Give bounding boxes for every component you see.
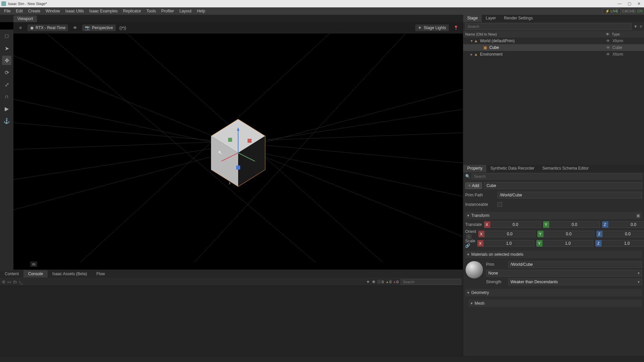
tab-layer[interactable]: Layer [482,15,500,22]
axis-z-icon: Z [596,231,602,237]
tool-rotate[interactable]: ⟳ [2,68,11,77]
camera-dropdown[interactable]: 📷 Perspective [82,24,116,31]
tree-row[interactable]: ▾▲World (defaultPrim)👁Xform [463,38,644,44]
material-preview[interactable] [465,261,483,279]
tab-semantics[interactable]: Semantics Schema Editor [538,165,593,172]
stage-tree[interactable]: ▾▲World (defaultPrim)👁Xform▣Cube👁Cube▸▲E… [463,38,644,165]
menu-help[interactable]: Help [194,9,208,13]
tab-flow[interactable]: Flow [92,270,109,278]
console-output[interactable] [0,286,463,356]
statusbar [0,356,644,362]
visibility-icon[interactable]: 👁 [604,45,612,50]
expand-toggle[interactable]: ▾ [469,39,474,43]
bottom-panel: Content Console Isaac Assets (Beta) Flow… [0,269,463,356]
hamburger-icon[interactable]: ≡ [16,23,25,32]
tool-strip: □ ➤ ✥ ⟳ ⤢ ∩ ▶ ⚓ [0,29,13,271]
section-mesh[interactable]: Mesh [469,300,642,307]
pin-icon[interactable]: 📍 [451,23,460,32]
expand-toggle[interactable]: ▸ [469,52,474,57]
console-search-input[interactable] [400,279,461,285]
signal-icon[interactable]: ((•)) [118,23,127,32]
cube-gizmo[interactable]: › [205,116,272,190]
tab-viewport[interactable]: Viewport [13,15,37,22]
snow-icon[interactable]: ✱ [372,280,375,284]
translate-z[interactable] [608,221,644,228]
warn-count[interactable]: 0 [386,280,391,284]
info-count[interactable]: ⓘ0 [377,279,384,284]
error-count[interactable]: 0 [393,280,398,284]
tab-render-settings[interactable]: Render Settings [500,15,537,22]
transform-options-icon[interactable]: ▣ [636,213,640,218]
tool-snap[interactable]: ∩ [2,92,11,101]
link-icon[interactable]: 🔗 [465,243,470,248]
copy-icon[interactable]: ▭ [7,280,11,284]
tab-console[interactable]: Console [23,270,48,278]
viewport-canvas[interactable]: › ↖ m [13,22,463,269]
scale-x[interactable] [483,240,534,247]
prim-name-field[interactable]: Cube [484,182,642,189]
tool-anchor[interactable]: ⚓ [2,116,11,125]
orient-x[interactable] [484,231,535,237]
minimize-button[interactable]: — [618,1,622,6]
tab-property[interactable]: Property [463,165,486,172]
material-dropdown[interactable]: None [486,270,642,277]
live-badge[interactable]: LIVE [603,8,621,14]
mat-prim-field[interactable]: /World/Cube [508,261,642,268]
translate-y[interactable] [549,221,600,228]
orient-y[interactable] [543,231,594,237]
close-button[interactable]: ✕ [637,1,641,6]
menu-replicator[interactable]: Replicator [120,9,144,13]
stage-search-input[interactable] [465,23,632,30]
tab-isaac-assets[interactable]: Isaac Assets (Beta) [48,270,92,278]
menu-isaac-examples[interactable]: Isaac Examples [87,9,120,13]
eye-icon[interactable]: 👁 [71,23,79,32]
translate-x[interactable] [490,221,541,228]
tab-content[interactable]: Content [0,270,23,278]
tool-play[interactable]: ▶ [2,104,11,113]
tool-select-rect[interactable]: □ [2,32,11,41]
tab-stage[interactable]: Stage [463,15,482,22]
menu-edit[interactable]: Edit [13,9,25,13]
tool-arrow[interactable]: ➤ [2,44,11,53]
stage-lights-toggle[interactable]: ☀ Stage Lights [415,24,449,31]
clear-icon[interactable]: ⊘ [2,280,5,284]
prim-path-field[interactable]: /World/Cube [497,192,642,198]
options-icon[interactable]: ≡ [640,24,642,29]
menu-profiler[interactable]: Profiler [159,9,177,13]
property-tabs: Property Synthetic Data Recorder Semanti… [463,165,644,172]
visibility-icon[interactable]: 👁 [604,52,612,57]
strength-dropdown[interactable]: Weaker than Descendants [508,279,642,285]
menu-create[interactable]: Create [25,9,43,13]
menu-layout[interactable]: Layout [177,9,194,13]
menu-window[interactable]: Window [43,9,63,13]
section-geometry[interactable]: Geometry [465,289,642,296]
tool-scale[interactable]: ⤢ [2,80,11,89]
axis-y-icon: Y [543,221,549,228]
tab-synthetic-data[interactable]: Synthetic Data Recorder [486,165,538,172]
filter-icon[interactable]: ▼ [366,280,370,284]
col-name[interactable]: Name (Old to New) [465,32,603,36]
prompt-icon[interactable]: ›_ [19,280,23,284]
tree-row[interactable]: ▣Cube👁Cube [463,44,644,51]
orient-z[interactable] [602,231,644,237]
tool-move[interactable]: ✥ [2,56,11,65]
open-icon[interactable]: 🗀 [13,280,17,284]
filter-icon[interactable]: ▼ [634,24,638,29]
property-search-input[interactable] [472,173,642,179]
menu-isaac-utils[interactable]: Isaac Utils [63,9,87,13]
scale-z[interactable] [601,240,644,247]
svg-rect-20 [236,166,240,170]
visibility-icon[interactable]: 👁 [604,39,612,43]
maximize-button[interactable]: ▢ [628,1,631,6]
menu-file[interactable]: File [1,9,13,13]
scale-y[interactable] [542,240,593,247]
viewport[interactable]: › ↖ m ≡ ◉ RTX - Real-Time 👁 📷 Perspectiv… [0,22,463,269]
instanceable-checkbox[interactable] [497,202,502,207]
section-transform[interactable]: Transform ▣ [465,212,642,219]
menu-tools[interactable]: Tools [144,9,159,13]
add-button[interactable]: Add [465,182,482,189]
tree-row[interactable]: ▸▲Environment👁Xform [463,51,644,58]
section-materials[interactable]: Materials on selected models [465,251,642,258]
sun-icon: ☀ [418,25,422,30]
renderer-dropdown[interactable]: ◉ RTX - Real-Time [28,24,68,31]
